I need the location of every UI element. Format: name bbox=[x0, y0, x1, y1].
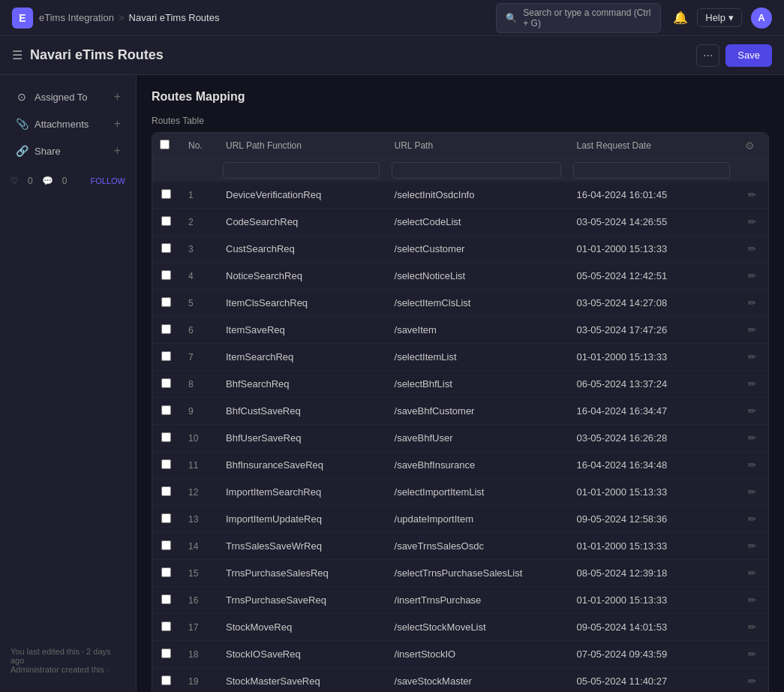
row-checkbox[interactable] bbox=[161, 270, 171, 280]
row-num: 5 bbox=[179, 290, 217, 317]
row-edit-cell: ✏ bbox=[736, 560, 768, 587]
row-edit-cell: ✏ bbox=[736, 209, 768, 236]
edit-row-button[interactable]: ✏ bbox=[745, 242, 759, 256]
last-edited-text: You last edited this · 2 days ago bbox=[11, 647, 125, 665]
row-checkbox[interactable] bbox=[161, 432, 171, 442]
edit-row-button[interactable]: ✏ bbox=[745, 485, 759, 499]
row-num: 19 bbox=[179, 668, 217, 693]
row-last-request-date: 03-05-2024 16:26:28 bbox=[567, 425, 736, 452]
row-num: 1 bbox=[179, 182, 217, 209]
row-checkbox[interactable] bbox=[161, 243, 171, 253]
filter-last-request-date-input[interactable] bbox=[573, 162, 730, 179]
page-header: ☰ Navari eTims Routes ··· Save bbox=[0, 36, 784, 75]
filter-url-path-cell bbox=[386, 159, 568, 182]
row-checkbox[interactable] bbox=[161, 486, 171, 496]
row-num: 16 bbox=[179, 587, 217, 614]
edit-row-button[interactable]: ✏ bbox=[745, 350, 759, 364]
row-checkbox[interactable] bbox=[161, 540, 171, 550]
row-num: 11 bbox=[179, 452, 217, 479]
edit-row-button[interactable]: ✏ bbox=[745, 269, 759, 283]
row-checkbox[interactable] bbox=[161, 324, 171, 334]
row-url-path: /selectCodeList bbox=[386, 209, 568, 236]
more-options-button[interactable]: ··· bbox=[696, 44, 719, 67]
table-row: 2 CodeSearchReq /selectCodeList 03-05-20… bbox=[152, 209, 768, 236]
edit-row-button[interactable]: ✏ bbox=[745, 620, 759, 634]
filter-num-cell bbox=[179, 159, 217, 182]
num-header: No. bbox=[179, 133, 217, 159]
edit-row-button[interactable]: ✏ bbox=[745, 215, 759, 229]
row-checkbox[interactable] bbox=[161, 405, 171, 415]
table-row: 19 StockMasterSaveReq /saveStockMaster 0… bbox=[152, 668, 768, 693]
gear-icon-button[interactable]: ⚙ bbox=[745, 140, 755, 152]
edit-row-button[interactable]: ✏ bbox=[745, 647, 759, 661]
topbar-actions: 🔔 Help ▾ A bbox=[673, 8, 772, 29]
edit-row-button[interactable]: ✏ bbox=[745, 512, 759, 526]
row-checkbox[interactable] bbox=[161, 675, 171, 685]
row-last-request-date: 03-05-2024 17:47:26 bbox=[567, 317, 736, 344]
row-checkbox[interactable] bbox=[161, 297, 171, 307]
edit-row-button[interactable]: ✏ bbox=[745, 188, 759, 202]
row-url-path: /saveBhfUser bbox=[386, 425, 568, 452]
like-icon[interactable]: ♡ bbox=[11, 176, 19, 186]
row-checkbox[interactable] bbox=[161, 594, 171, 604]
comment-icon[interactable]: 💬 bbox=[42, 176, 53, 186]
edit-row-button[interactable]: ✏ bbox=[745, 593, 759, 607]
row-checkbox-cell bbox=[152, 317, 179, 344]
row-url-path-function: CodeSearchReq bbox=[217, 209, 386, 236]
reactions-bar: ♡ 0 💬 0 FOLLOW bbox=[0, 176, 136, 186]
filter-url-path-input[interactable] bbox=[392, 162, 562, 179]
assigned-to-add-icon[interactable]: + bbox=[114, 90, 121, 104]
row-checkbox[interactable] bbox=[161, 378, 171, 388]
save-button[interactable]: Save bbox=[725, 44, 772, 67]
edit-row-button[interactable]: ✏ bbox=[745, 377, 759, 391]
follow-button[interactable]: FOLLOW bbox=[91, 176, 125, 185]
row-checkbox[interactable] bbox=[161, 648, 171, 658]
sidebar-item-assigned-to[interactable]: ⊙ Assigned To + bbox=[5, 84, 131, 110]
attachments-add-icon[interactable]: + bbox=[114, 117, 121, 131]
row-checkbox[interactable] bbox=[161, 189, 171, 199]
select-all-checkbox[interactable] bbox=[160, 140, 170, 149]
avatar[interactable]: A bbox=[751, 8, 772, 29]
created-by-text: Administrator created this · bbox=[11, 665, 125, 674]
edit-row-button[interactable]: ✏ bbox=[745, 323, 759, 337]
row-checkbox[interactable] bbox=[161, 459, 171, 469]
edit-row-button[interactable]: ✏ bbox=[745, 674, 759, 688]
table-row: 1 DeviceVerificationReq /selectInitOsdcI… bbox=[152, 182, 768, 209]
edit-row-button[interactable]: ✏ bbox=[745, 431, 759, 445]
sidebar-item-share[interactable]: 🔗 Share + bbox=[5, 138, 131, 164]
row-last-request-date: 07-05-2024 09:43:59 bbox=[567, 641, 736, 668]
row-checkbox[interactable] bbox=[161, 513, 171, 523]
row-checkbox-cell bbox=[152, 344, 179, 371]
search-icon: 🔍 bbox=[506, 13, 517, 23]
filter-settings-cell bbox=[736, 159, 768, 182]
edit-row-button[interactable]: ✏ bbox=[745, 566, 759, 580]
search-bar[interactable]: 🔍 Search or type a command (Ctrl + G) bbox=[496, 3, 661, 33]
table-row: 8 BhfSearchReq /selectBhfList 06-05-2024… bbox=[152, 371, 768, 398]
row-checkbox-cell bbox=[152, 182, 179, 209]
edit-row-button[interactable]: ✏ bbox=[745, 296, 759, 310]
row-edit-cell: ✏ bbox=[736, 263, 768, 290]
row-edit-cell: ✏ bbox=[736, 371, 768, 398]
filter-url-path-function-input[interactable] bbox=[223, 162, 380, 179]
breadcrumb-integration[interactable]: eTims Integration bbox=[39, 12, 114, 23]
sidebar-item-attachments[interactable]: 📎 Attachments + bbox=[5, 111, 131, 137]
row-checkbox[interactable] bbox=[161, 351, 171, 361]
filter-row bbox=[152, 159, 768, 182]
row-last-request-date: 01-01-2000 15:13:33 bbox=[567, 587, 736, 614]
help-button[interactable]: Help ▾ bbox=[697, 8, 742, 27]
menu-toggle-button[interactable]: ☰ bbox=[12, 48, 23, 62]
page-title: Navari eTims Routes bbox=[30, 47, 696, 63]
row-last-request-date: 01-01-2000 15:13:33 bbox=[567, 479, 736, 506]
edit-row-button[interactable]: ✏ bbox=[745, 539, 759, 553]
sidebar: ⊙ Assigned To + 📎 Attachments + 🔗 Share … bbox=[0, 75, 137, 692]
share-add-icon[interactable]: + bbox=[114, 144, 121, 158]
row-checkbox[interactable] bbox=[161, 621, 171, 631]
edit-row-button[interactable]: ✏ bbox=[745, 458, 759, 472]
edit-row-button[interactable]: ✏ bbox=[745, 404, 759, 418]
row-last-request-date: 01-01-2000 15:13:33 bbox=[567, 236, 736, 263]
row-checkbox[interactable] bbox=[161, 567, 171, 577]
routes-table: No. URL Path Function URL Path Last Requ… bbox=[152, 133, 768, 692]
notifications-button[interactable]: 🔔 bbox=[673, 11, 688, 25]
row-checkbox[interactable] bbox=[161, 216, 171, 226]
row-num: 6 bbox=[179, 317, 217, 344]
